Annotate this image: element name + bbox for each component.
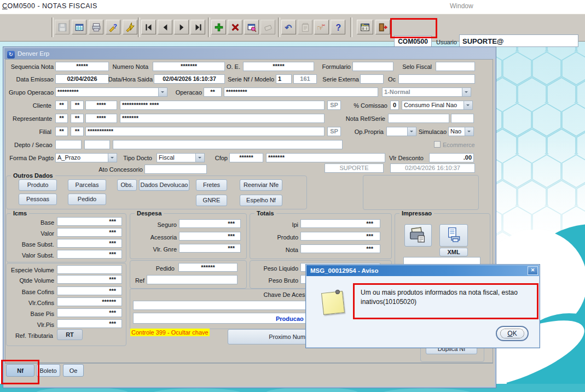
field-depto-3[interactable] — [113, 140, 343, 149]
obs-button[interactable]: Obs. — [117, 179, 137, 191]
field-sequencia-nota[interactable]: ***** — [55, 62, 109, 71]
dropdown-forma-pagto[interactable]: A_Prazo — [55, 153, 117, 162]
field-filial-nome[interactable]: *********** — [85, 127, 325, 136]
dropdown-tipo-nota[interactable]: 1-Normal — [382, 87, 471, 97]
dropdown-simulacao[interactable]: Nao — [448, 127, 474, 136]
field-depto-2[interactable] — [84, 140, 110, 149]
field-filial-2[interactable]: ** — [71, 127, 84, 136]
field-icms-base-subst[interactable]: *** — [57, 239, 122, 248]
menu-window[interactable]: Window — [450, 2, 473, 10]
fretes-button[interactable]: Fretes — [196, 179, 227, 191]
field-modelo[interactable]: 161 — [293, 74, 317, 84]
usuario-field[interactable]: SUPORTE@ — [459, 34, 578, 47]
field-cfop-1[interactable]: ****** — [229, 153, 263, 162]
xml-button[interactable]: XML — [439, 248, 468, 256]
save-button[interactable] — [55, 20, 69, 34]
field-vlr-cofins[interactable]: ****** — [57, 297, 122, 306]
field-formulario[interactable] — [352, 62, 393, 71]
field-serie-nf[interactable]: 1 — [276, 74, 292, 84]
field-totais-produto[interactable]: *** — [300, 232, 380, 241]
gnre-button[interactable]: GNRE — [196, 195, 227, 206]
menu-button[interactable]: Menu — [357, 20, 373, 34]
nav-last-button[interactable] — [190, 20, 205, 34]
field-representante-1[interactable]: ** — [55, 114, 68, 123]
dropdown-grupo-operacao[interactable]: ********* — [55, 87, 167, 97]
field-vlr-desconto[interactable]: .00 — [429, 153, 474, 162]
dialog-titlebar[interactable]: MSG_00012954 - Aviso — [306, 265, 539, 276]
field-comissao[interactable]: 0 — [390, 101, 399, 110]
window-titlebar[interactable]: ↻ Denver Erp — [4, 48, 495, 59]
field-serie-externa[interactable] — [360, 74, 384, 84]
field-cliente-1[interactable]: ** — [55, 101, 68, 110]
field-cliente-uf[interactable]: SP — [327, 101, 341, 110]
undo-button[interactable]: ↶ — [281, 20, 296, 34]
field-numero-nota[interactable]: ******* — [153, 62, 225, 71]
field-pedido-num[interactable]: ****** — [178, 263, 238, 272]
field-data-hora-saida[interactable]: 02/04/2026 16:10:37 — [154, 74, 225, 84]
field-cfop-2[interactable]: ******* — [266, 153, 385, 162]
field-qtde-volume[interactable]: *** — [57, 275, 122, 284]
field-vlr-pis[interactable]: *** — [57, 319, 122, 328]
field-filial-1[interactable]: ** — [55, 127, 68, 136]
tab-nf[interactable]: Nf — [6, 364, 34, 377]
nav-first-button[interactable] — [141, 20, 156, 34]
produto-button[interactable]: Produto — [19, 179, 57, 191]
paste-button[interactable] — [298, 20, 312, 34]
field-operacao-descricao[interactable]: ********* — [224, 87, 378, 97]
chevron-down-icon[interactable] — [158, 88, 167, 96]
ecommerce-checkbox[interactable] — [434, 141, 441, 148]
field-ref[interactable] — [147, 275, 238, 284]
reenviar-nfe-button[interactable]: Reenviar Nfe — [240, 179, 282, 191]
delete-button[interactable] — [228, 20, 242, 34]
field-cliente-nome[interactable]: *********** **** — [120, 101, 325, 110]
field-data-emissao[interactable]: 02/04/2026 — [55, 74, 109, 84]
hand-pointer-button[interactable]: ☞✂ — [314, 20, 329, 34]
field-impressao[interactable] — [403, 257, 480, 265]
field-cliente-3[interactable]: **** — [85, 101, 117, 110]
parcelas-button[interactable]: Parcelas — [68, 179, 106, 191]
eraser-button[interactable] — [260, 20, 275, 34]
field-operacao-codigo[interactable]: ** — [204, 87, 222, 97]
field-selo-fiscal[interactable] — [436, 62, 475, 71]
help-button[interactable]: ? — [331, 20, 345, 34]
dados-devolucao-button[interactable]: Dados Devolucao — [139, 179, 189, 191]
print-danfe-button[interactable] — [439, 224, 468, 247]
print-button[interactable] — [89, 20, 103, 34]
browse-button[interactable] — [244, 20, 259, 34]
field-cliente-2[interactable]: ** — [71, 101, 84, 110]
field-ipi[interactable]: *** — [300, 219, 380, 228]
pedido-button[interactable]: Pedido — [68, 194, 106, 205]
field-totais-nota[interactable]: *** — [300, 244, 380, 253]
field-icms-base[interactable]: *** — [57, 217, 122, 226]
field-oc[interactable] — [398, 74, 475, 84]
dropdown-op-propria[interactable] — [386, 127, 416, 136]
field-ato-concessorio[interactable] — [144, 165, 207, 174]
field-icms-valor-subst[interactable]: *** — [57, 250, 122, 259]
field-especie-volume[interactable] — [57, 265, 122, 274]
field-icms-valor[interactable]: *** — [57, 228, 122, 237]
field-nota-serie[interactable] — [451, 114, 474, 123]
field-acessoria[interactable]: *** — [179, 232, 241, 241]
field-filial-uf[interactable]: SP — [327, 127, 341, 136]
tab-oe[interactable]: Oe — [63, 364, 84, 377]
tab-boleto[interactable]: Boleto — [36, 364, 60, 377]
dropdown-tipo-docto[interactable]: Fiscal — [157, 153, 205, 162]
chevron-down-icon[interactable] — [195, 154, 204, 162]
field-base-cofins[interactable]: *** — [57, 286, 122, 295]
help-wizard-button[interactable]: ? — [106, 20, 120, 34]
field-oe[interactable]: ***** — [243, 62, 314, 71]
chevron-down-icon[interactable] — [462, 88, 471, 96]
chevron-down-icon[interactable] — [464, 101, 472, 109]
field-representante-nome[interactable]: ******* — [120, 114, 325, 123]
field-vlr-gnre[interactable]: *** — [179, 244, 241, 253]
ok-button[interactable]: OK — [496, 326, 529, 341]
ref-tributaria-button[interactable]: RT — [57, 329, 83, 340]
field-base-pis[interactable]: *** — [57, 308, 122, 317]
print-nf-button[interactable] — [404, 224, 432, 247]
field-nota-ref[interactable] — [388, 114, 449, 123]
run-lightning-button[interactable] — [123, 20, 137, 34]
field-representante-2[interactable]: ** — [71, 114, 84, 123]
chevron-down-icon[interactable] — [108, 154, 117, 162]
nav-next-button[interactable] — [174, 20, 189, 34]
field-depto-1[interactable] — [55, 140, 82, 149]
